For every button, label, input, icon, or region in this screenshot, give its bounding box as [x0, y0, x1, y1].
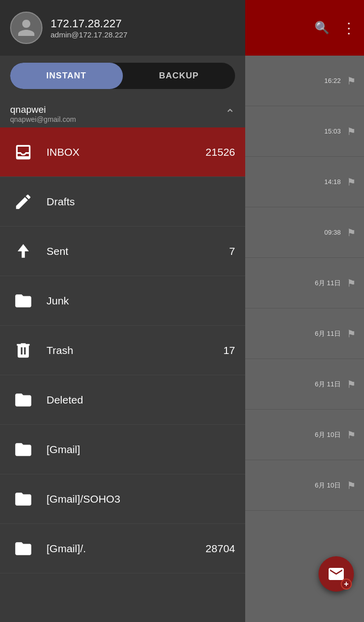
flag-icon: ⚑ [347, 277, 356, 289]
email-row[interactable]: 6月 11日 ⚑ [243, 258, 364, 308]
email-row[interactable]: 6月 11日 ⚑ [243, 359, 364, 410]
flag-icon: ⚑ [347, 227, 356, 239]
email-time: 6月 11日 [315, 329, 341, 338]
folder-item-deleted[interactable]: Deleted [0, 375, 245, 425]
email-time: 16:22 [324, 77, 341, 84]
email-time: 6月 10日 [315, 481, 341, 490]
email-time: 14:18 [324, 178, 341, 186]
email-row[interactable]: 6月 10日 ⚑ [243, 460, 364, 511]
trash-count: 17 [223, 344, 235, 357]
sent-count: 7 [229, 245, 235, 257]
gmailother-label: [Gmail]/. [47, 543, 206, 555]
email-row[interactable]: 15:03 ⚑ [243, 106, 364, 157]
folder-item-trash[interactable]: Trash 17 [0, 326, 245, 375]
junk-label: Junk [47, 295, 235, 307]
folder-list: INBOX 21526 Drafts Sent 7 [0, 127, 245, 622]
email-row[interactable]: 09:38 ⚑ [243, 207, 364, 258]
inbox-label: INBOX [47, 146, 206, 158]
account-email: admin@172.17.28.227 [51, 30, 127, 39]
account-ip: 172.17.28.227 [51, 17, 127, 30]
gmailsoho3-folder-icon [10, 490, 36, 509]
backup-tab[interactable]: BACKUP [123, 63, 236, 89]
gmail-folder-icon [10, 440, 36, 459]
flag-icon: ⚑ [347, 378, 356, 390]
gmailsoho3-label: [Gmail]/SOHO3 [47, 493, 235, 505]
email-time: 6月 10日 [315, 430, 341, 439]
drafts-icon [10, 192, 36, 211]
flag-icon: ⚑ [347, 429, 356, 441]
flag-icon: ⚑ [347, 125, 356, 138]
avatar [10, 12, 42, 44]
flag-icon: ⚑ [347, 479, 356, 492]
gmailother-folder-icon [10, 539, 36, 558]
svg-marker-0 [18, 244, 29, 251]
account-header[interactable]: 172.17.28.227 admin@172.17.28.227 [0, 0, 245, 56]
junk-folder-icon [10, 291, 36, 310]
chevron-up-icon[interactable]: ⌃ [225, 107, 235, 121]
email-row[interactable]: 6月 10日 ⚑ [243, 410, 364, 460]
gmail-label: [Gmail] [47, 443, 235, 456]
toggle-section: INSTANT BACKUP [0, 56, 245, 96]
trash-label: Trash [47, 344, 223, 357]
search-icon[interactable]: 🔍 [314, 21, 330, 35]
email-row[interactable]: 14:18 ⚑ [243, 157, 364, 207]
instant-tab[interactable]: INSTANT [10, 63, 123, 89]
svg-rect-1 [22, 251, 25, 258]
flag-icon: ⚑ [347, 176, 356, 188]
user-text: qnapwei qnapwei@gmail.com [10, 104, 76, 123]
user-name: qnapwei [10, 104, 76, 115]
user-section[interactable]: qnapwei qnapwei@gmail.com ⌃ [0, 96, 245, 127]
flag-icon: ⚑ [347, 75, 356, 87]
folder-item-gmailother[interactable]: [Gmail]/. 28704 [0, 524, 245, 573]
more-options-icon[interactable]: ⋮ [342, 20, 356, 36]
compose-fab[interactable]: + [318, 556, 354, 592]
inbox-icon [10, 143, 36, 162]
account-info: 172.17.28.227 admin@172.17.28.227 [51, 17, 127, 39]
email-time: 09:38 [324, 229, 341, 236]
deleted-folder-icon [10, 390, 36, 410]
toggle-bar: INSTANT BACKUP [10, 63, 235, 89]
email-time: 6月 11日 [315, 380, 341, 389]
sent-label: Sent [47, 245, 229, 257]
drafts-label: Drafts [47, 196, 235, 208]
email-time: 6月 11日 [315, 279, 341, 288]
folder-item-inbox[interactable]: INBOX 21526 [0, 127, 245, 177]
folder-item-sent[interactable]: Sent 7 [0, 227, 245, 276]
flag-icon: ⚑ [347, 328, 356, 340]
inbox-count: 21526 [206, 146, 235, 158]
top-bar: 🔍 ⋮ [243, 0, 364, 56]
navigation-drawer: 172.17.28.227 admin@172.17.28.227 INSTAN… [0, 0, 245, 622]
sent-icon [10, 242, 36, 261]
email-row[interactable]: 6月 11日 ⚑ [243, 308, 364, 359]
user-email: qnapwei@gmail.com [10, 115, 76, 123]
folder-item-drafts[interactable]: Drafts [0, 177, 245, 227]
email-time: 15:03 [324, 127, 341, 135]
gmailother-count: 28704 [206, 543, 235, 555]
email-row[interactable]: 16:22 ⚑ [243, 56, 364, 106]
trash-icon [10, 341, 36, 360]
folder-item-gmail[interactable]: [Gmail] [0, 425, 245, 474]
folder-item-junk[interactable]: Junk [0, 276, 245, 326]
deleted-label: Deleted [47, 394, 235, 406]
folder-item-gmailsoho3[interactable]: [Gmail]/SOHO3 [0, 474, 245, 524]
